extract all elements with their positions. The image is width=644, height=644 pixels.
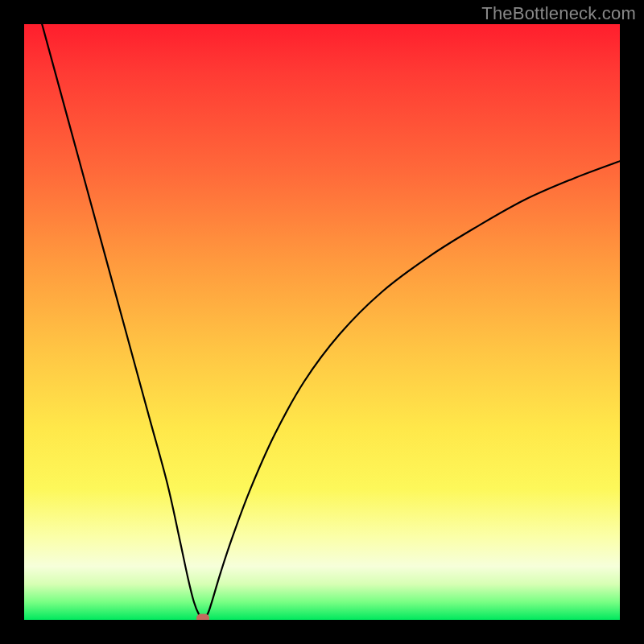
optimal-point-marker — [196, 613, 209, 620]
plot-area — [24, 24, 620, 620]
bottleneck-curve — [24, 24, 620, 620]
watermark: TheBottleneck.com — [481, 3, 636, 24]
chart-frame: TheBottleneck.com — [0, 0, 644, 644]
